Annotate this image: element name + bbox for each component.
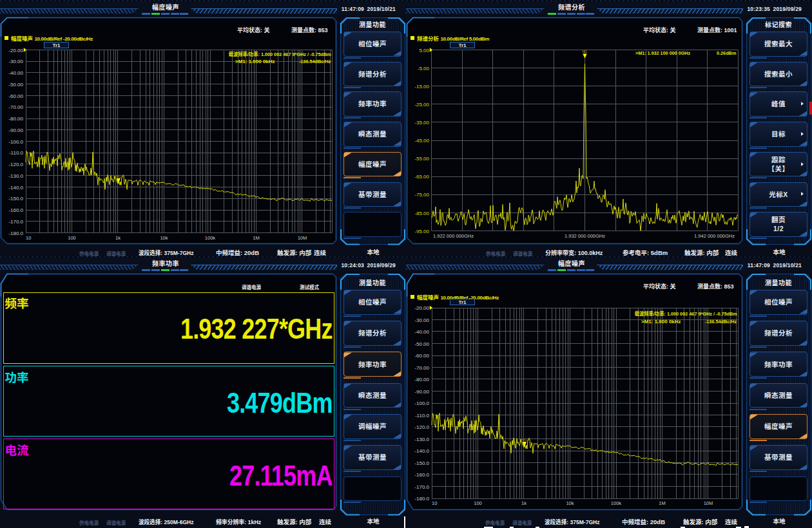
svg-text:M1: M1 xyxy=(583,50,588,53)
svg-text:M1: M1 xyxy=(116,174,121,178)
svg-text:M1: M1 xyxy=(522,438,527,442)
